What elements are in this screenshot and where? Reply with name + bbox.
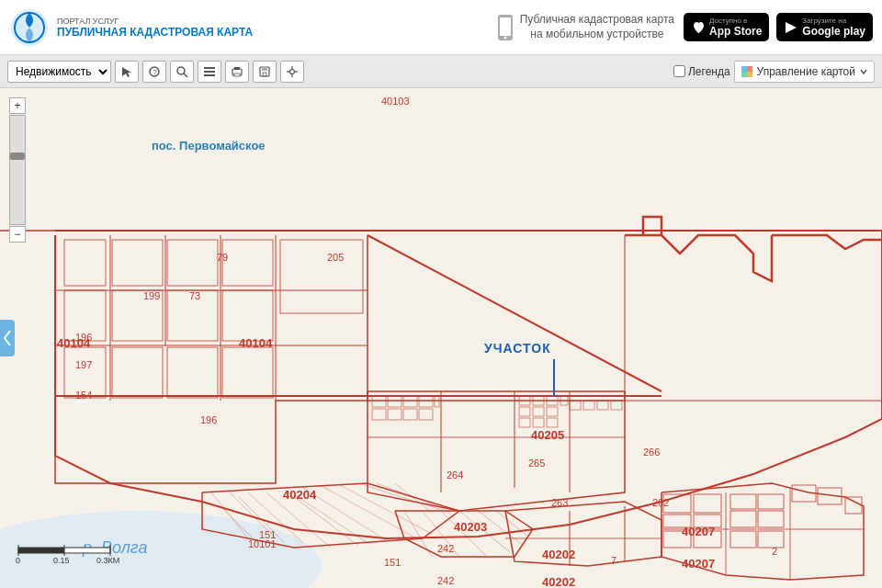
- toolbar: Недвижимость ? Легенда Управление картой: [0, 55, 882, 88]
- svg-rect-11: [204, 67, 215, 69]
- svg-rect-124: [18, 548, 64, 553]
- svg-rect-28: [747, 72, 752, 77]
- portal-bottom-label: Публичная кадастровая карта: [57, 26, 253, 39]
- zoom-slider[interactable]: [9, 115, 26, 225]
- chevron-down-icon: [859, 67, 868, 76]
- appstore-label: Доступно в App Store: [709, 17, 762, 38]
- scale-bar: 0 0.15 0.3КМ: [9, 540, 119, 570]
- left-panel-arrow[interactable]: [0, 320, 15, 356]
- apple-icon: [691, 20, 706, 35]
- appstore-button[interactable]: Доступно в App Store: [684, 13, 769, 41]
- map-container[interactable]: + − пос. Первомайское УЧАСТОК р. Волга 4…: [0, 88, 882, 588]
- manage-map-button[interactable]: Управление картой: [734, 61, 875, 83]
- svg-rect-12: [204, 71, 215, 73]
- store-buttons: Доступно в App Store Загрузите на Google…: [684, 13, 873, 41]
- promo-line1: Публичная кадастровая карта: [520, 13, 674, 28]
- property-select[interactable]: Недвижимость: [7, 61, 111, 83]
- zoom-out-button[interactable]: −: [9, 226, 26, 243]
- cursor-tool[interactable]: [115, 61, 139, 83]
- layers-tool[interactable]: [198, 61, 221, 83]
- zoom-handle[interactable]: [10, 153, 25, 160]
- svg-text:?: ?: [153, 68, 158, 76]
- promo-line2: на мобильном устройстве: [520, 28, 674, 42]
- legend-checkbox-label[interactable]: Легенда: [673, 65, 730, 78]
- settings-tool[interactable]: [280, 61, 304, 83]
- svg-rect-13: [204, 74, 215, 76]
- promo-text: Публичная кадастровая карта на мобильном…: [520, 13, 674, 41]
- svg-rect-3: [500, 17, 511, 36]
- play-icon: [784, 20, 798, 35]
- googleplay-label: Загрузите на Google play: [802, 17, 865, 38]
- search-tool[interactable]: [170, 61, 194, 83]
- save-tool[interactable]: [253, 61, 277, 83]
- info-tool[interactable]: ?: [142, 61, 166, 83]
- svg-line-10: [184, 74, 187, 77]
- svg-rect-25: [741, 66, 747, 72]
- svg-rect-27: [741, 72, 747, 77]
- zoom-controls: + −: [9, 97, 26, 243]
- legend-label: Легенда: [688, 65, 730, 78]
- svg-point-20: [290, 69, 295, 74]
- svg-marker-6: [122, 67, 131, 77]
- map-svg: [0, 88, 882, 588]
- logo-icon: [9, 7, 50, 48]
- print-tool[interactable]: [225, 61, 249, 83]
- svg-point-4: [503, 36, 506, 39]
- svg-rect-16: [234, 74, 240, 76]
- svg-text:0.3КМ: 0.3КМ: [96, 556, 119, 565]
- svg-text:0.15: 0.15: [53, 556, 70, 565]
- phone-icon: [496, 15, 514, 40]
- svg-rect-18: [262, 67, 267, 71]
- zoom-in-button[interactable]: +: [9, 97, 26, 114]
- logo-text: Портал услуг Публичная кадастровая карта: [57, 17, 253, 39]
- manage-map-label: Управление картой: [757, 65, 855, 78]
- mobile-promo: Публичная кадастровая карта на мобильном…: [496, 13, 674, 41]
- svg-rect-26: [747, 66, 752, 72]
- header: Портал услуг Публичная кадастровая карта…: [0, 0, 882, 55]
- googleplay-button[interactable]: Загрузите на Google play: [776, 13, 873, 41]
- layers-icon: [741, 65, 753, 78]
- arrow-left-icon: [3, 329, 12, 347]
- logo-area: Портал услуг Публичная кадастровая карта: [9, 7, 253, 48]
- svg-rect-15: [234, 67, 240, 70]
- portal-top-label: Портал услуг: [57, 17, 253, 26]
- svg-marker-5: [786, 22, 797, 33]
- legend-checkbox[interactable]: [673, 65, 685, 77]
- svg-point-9: [177, 67, 185, 74]
- svg-text:0: 0: [16, 556, 20, 565]
